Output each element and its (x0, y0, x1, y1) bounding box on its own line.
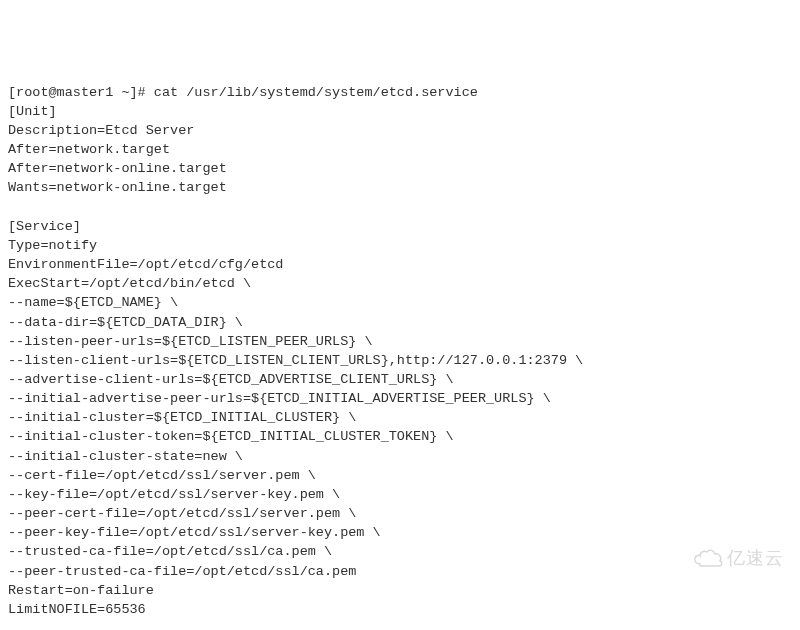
terminal-line: Wants=network-online.target (8, 178, 792, 197)
terminal-line: [root@master1 ~]# cat /usr/lib/systemd/s… (8, 83, 792, 102)
terminal-line (8, 198, 792, 217)
terminal-line: After=network.target (8, 140, 792, 159)
terminal-line: --key-file=/opt/etcd/ssl/server-key.pem … (8, 485, 792, 504)
terminal-line: After=network-online.target (8, 159, 792, 178)
terminal-line: [Unit] (8, 102, 792, 121)
terminal-line: ExecStart=/opt/etcd/bin/etcd \ (8, 274, 792, 293)
terminal-line: Restart=on-failure (8, 581, 792, 600)
terminal-line: Description=Etcd Server (8, 121, 792, 140)
terminal-line: --advertise-client-urls=${ETCD_ADVERTISE… (8, 370, 792, 389)
terminal-line: --data-dir=${ETCD_DATA_DIR} \ (8, 313, 792, 332)
terminal-line: Type=notify (8, 236, 792, 255)
terminal-line: --initial-cluster=${ETCD_INITIAL_CLUSTER… (8, 408, 792, 427)
terminal-line: --initial-cluster-token=${ETCD_INITIAL_C… (8, 427, 792, 446)
terminal-line: --peer-cert-file=/opt/etcd/ssl/server.pe… (8, 504, 792, 523)
terminal-line: LimitNOFILE=65536 (8, 600, 792, 619)
terminal-line: [Service] (8, 217, 792, 236)
terminal-line: --peer-trusted-ca-file=/opt/etcd/ssl/ca.… (8, 562, 792, 581)
terminal-line: --initial-advertise-peer-urls=${ETCD_INI… (8, 389, 792, 408)
terminal-line: --initial-cluster-state=new \ (8, 447, 792, 466)
terminal-line: --trusted-ca-file=/opt/etcd/ssl/ca.pem \ (8, 542, 792, 561)
terminal-line (8, 619, 792, 630)
terminal-output: [root@master1 ~]# cat /usr/lib/systemd/s… (8, 83, 792, 630)
terminal-line: --cert-file=/opt/etcd/ssl/server.pem \ (8, 466, 792, 485)
terminal-line: EnvironmentFile=/opt/etcd/cfg/etcd (8, 255, 792, 274)
terminal-line: --name=${ETCD_NAME} \ (8, 293, 792, 312)
terminal-line: --peer-key-file=/opt/etcd/ssl/server-key… (8, 523, 792, 542)
terminal-line: --listen-client-urls=${ETCD_LISTEN_CLIEN… (8, 351, 792, 370)
terminal-line: --listen-peer-urls=${ETCD_LISTEN_PEER_UR… (8, 332, 792, 351)
